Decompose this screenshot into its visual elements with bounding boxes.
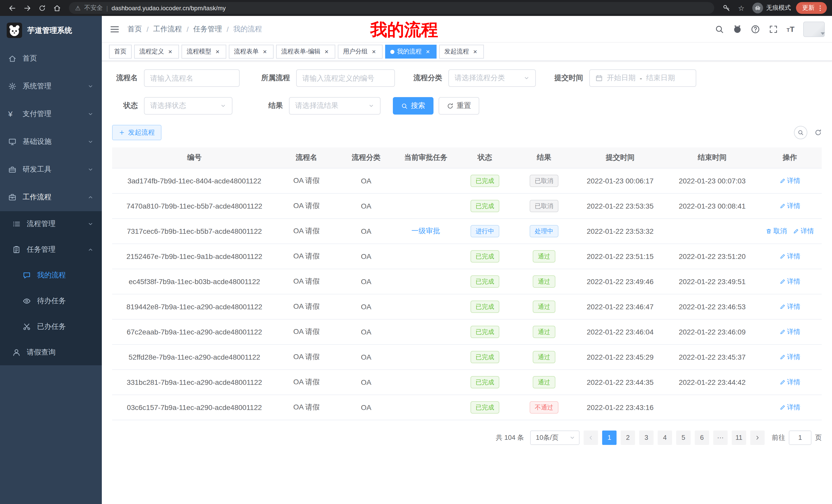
- sidebar-item-system-management[interactable]: 系统管理: [0, 73, 102, 100]
- tab-home[interactable]: 首页: [109, 45, 132, 59]
- detail-link-label: 详情: [787, 277, 800, 286]
- close-icon[interactable]: ×: [370, 48, 378, 55]
- bookmark-star-icon[interactable]: ☆: [734, 1, 748, 15]
- detail-link[interactable]: 详情: [779, 302, 800, 311]
- detail-link[interactable]: 详情: [779, 327, 800, 336]
- browser-menu-dots-icon[interactable]: [816, 4, 824, 11]
- tab-process-definition[interactable]: 流程定义×: [134, 45, 179, 59]
- table-row: 819442e8-7b9a-11ec-a290-acde48001122OA 请…: [112, 294, 822, 319]
- user-menu[interactable]: [803, 21, 825, 37]
- tab-process-model[interactable]: 流程模型×: [182, 45, 226, 59]
- detail-link[interactable]: 详情: [779, 251, 800, 261]
- close-icon[interactable]: ×: [424, 48, 432, 55]
- result-badge: 通过: [533, 351, 555, 363]
- monitor-icon: [8, 138, 17, 146]
- toggle-search-icon[interactable]: [794, 126, 807, 139]
- detail-link[interactable]: 详情: [779, 402, 800, 412]
- github-icon[interactable]: [732, 24, 742, 34]
- address-bar[interactable]: ⚠ 不安全 | dashboard.yudao.iocoder.cn/bpm/t…: [69, 2, 714, 14]
- next-page-button[interactable]: [750, 430, 765, 445]
- browser-back-button[interactable]: [5, 1, 19, 15]
- pagination: 共 104 条10条/页123456···11前往页: [112, 430, 822, 445]
- sidebar-item-workflow[interactable]: 工作流程: [0, 184, 102, 211]
- close-icon[interactable]: ×: [323, 48, 330, 55]
- sidebar-item-infrastructure[interactable]: 基础设施: [0, 128, 102, 156]
- search-button[interactable]: 搜索: [393, 97, 434, 115]
- hamburger-icon[interactable]: [102, 16, 128, 42]
- category-select[interactable]: 请选择流程分类: [448, 69, 536, 87]
- close-icon[interactable]: ×: [261, 48, 268, 55]
- create-process-button[interactable]: 发起流程: [112, 125, 161, 140]
- security-label[interactable]: 不安全: [84, 4, 103, 12]
- sidebar-item-leave-query[interactable]: 请假查询: [0, 340, 102, 365]
- status-select[interactable]: 请选择状态: [144, 97, 232, 115]
- sidebar-item-process-management[interactable]: 流程管理: [0, 211, 102, 237]
- reset-button[interactable]: 重置: [439, 97, 479, 115]
- close-icon[interactable]: ×: [471, 48, 479, 55]
- breadcrumb-item[interactable]: 首页: [128, 24, 142, 34]
- detail-link[interactable]: 详情: [793, 226, 814, 235]
- current-task-link[interactable]: 一级审批: [411, 226, 440, 234]
- result-select[interactable]: 请选择流结果: [289, 97, 381, 115]
- sidebar-item-payment-management[interactable]: ¥支付管理: [0, 100, 102, 128]
- page-button-11[interactable]: 11: [732, 430, 746, 445]
- close-icon[interactable]: ×: [214, 48, 221, 55]
- filter-form: 流程名 所属流程 流程分类 请选择流程分类: [112, 69, 822, 115]
- sidebar-item-my-process[interactable]: 我的流程: [0, 262, 102, 288]
- page-button-5[interactable]: 5: [676, 430, 691, 445]
- browser-home-button[interactable]: [50, 1, 64, 15]
- browser-update-button[interactable]: 更新: [796, 2, 827, 14]
- sidebar-item-home[interactable]: 首页: [0, 45, 102, 73]
- jump-page-input[interactable]: [789, 430, 811, 445]
- incognito-profile-chip[interactable]: 无痕模式: [752, 3, 791, 13]
- tab-process-form[interactable]: 流程表单×: [229, 45, 274, 59]
- breadcrumb-item[interactable]: 任务管理: [193, 24, 222, 34]
- browser-reload-button[interactable]: [35, 1, 49, 15]
- font-size-icon[interactable]: TT: [786, 25, 795, 33]
- sidebar-item-todo-tasks[interactable]: 待办任务: [0, 288, 102, 314]
- detail-link[interactable]: 详情: [779, 277, 800, 286]
- detail-link[interactable]: 详情: [779, 176, 800, 185]
- date-range-picker[interactable]: 开始日期 - 结束日期: [589, 69, 696, 87]
- cell-category: OA: [336, 168, 396, 193]
- page-button-3[interactable]: 3: [639, 430, 654, 445]
- page-button-1[interactable]: 1: [602, 430, 617, 445]
- refresh-table-icon[interactable]: [814, 129, 822, 136]
- app-logo[interactable]: 芋道管理系统: [0, 16, 102, 45]
- breadcrumb-item[interactable]: 工作流程: [153, 24, 182, 34]
- page-button-6[interactable]: 6: [695, 430, 709, 445]
- process-name-input[interactable]: [144, 69, 240, 87]
- process-definition-input[interactable]: [296, 69, 395, 87]
- detail-link[interactable]: 详情: [779, 352, 800, 361]
- detail-link[interactable]: 详情: [779, 377, 800, 387]
- cell-actions: 详情: [758, 369, 822, 395]
- tab-process-form-edit[interactable]: 流程表单-编辑×: [276, 45, 335, 59]
- page-button-2[interactable]: 2: [621, 430, 635, 445]
- tab-my-process[interactable]: 我的流程×: [385, 45, 437, 59]
- column-header: 结果: [514, 147, 574, 168]
- page-button-4[interactable]: 4: [658, 430, 672, 445]
- help-icon[interactable]: [751, 24, 760, 34]
- cell-process-id: 52ffd28e-7b9a-11ec-a290-acde48001122: [112, 344, 277, 369]
- cell-end-time: 2022-01-22 23:49:51: [667, 269, 758, 294]
- cancel-link[interactable]: 取消: [766, 226, 787, 235]
- password-key-icon[interactable]: [719, 1, 733, 15]
- sidebar-item-done-tasks[interactable]: 已办任务: [0, 314, 102, 340]
- detail-link[interactable]: 详情: [779, 201, 800, 211]
- tab-user-group[interactable]: 用户分组×: [338, 45, 383, 59]
- search-icon[interactable]: [714, 24, 724, 34]
- sidebar-item-label: 支付管理: [23, 109, 51, 119]
- active-tab-dot: [390, 50, 394, 54]
- page-ellipsis[interactable]: ···: [713, 430, 728, 445]
- fullscreen-icon[interactable]: [769, 24, 778, 34]
- browser-forward-button[interactable]: [20, 1, 34, 15]
- prev-page-button[interactable]: [583, 430, 598, 445]
- close-icon[interactable]: ×: [166, 48, 174, 55]
- sidebar-item-task-management[interactable]: 任务管理: [0, 237, 102, 262]
- sidebar-item-dev-tools[interactable]: 研发工具: [0, 156, 102, 184]
- page-size-select[interactable]: 10条/页: [530, 430, 579, 445]
- logo-avatar: [7, 23, 22, 38]
- status-badge: 已完成: [470, 401, 499, 413]
- tab-initiate-process[interactable]: 发起流程×: [439, 45, 484, 59]
- page: ⚠ 不安全 | dashboard.yudao.iocoder.cn/bpm/t…: [0, 0, 832, 504]
